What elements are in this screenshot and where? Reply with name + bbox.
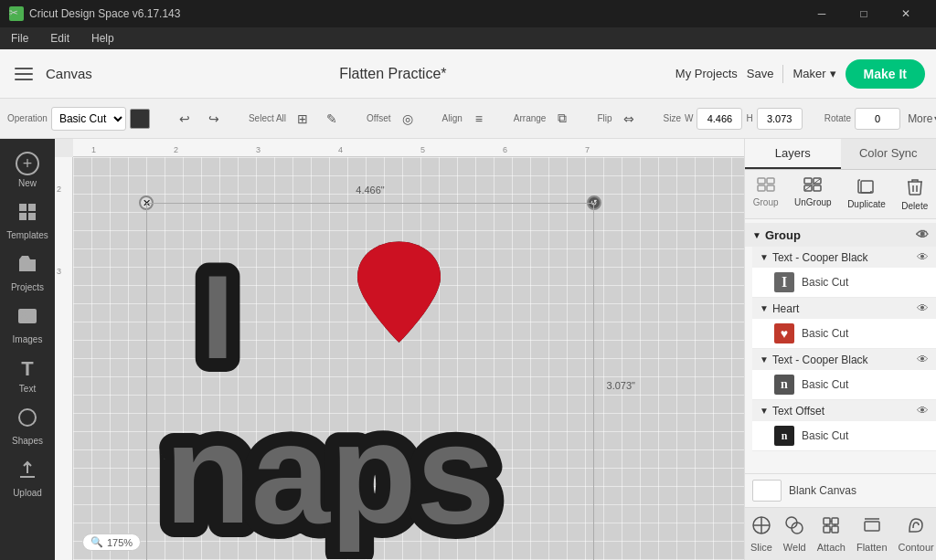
ungroup-label: UnGroup	[794, 197, 832, 207]
menu-file[interactable]: File	[7, 30, 32, 47]
maker-label: Maker	[792, 67, 825, 80]
size-h-input[interactable]	[757, 108, 803, 130]
hamburger-line-1	[15, 68, 33, 69]
canvas-area[interactable]: 1 2 3 4 5 6 7 2 3 4.466" 3.073" ✕ ↺ 🔒 ⤡	[55, 139, 744, 560]
layer-group-header[interactable]: ▼ Group 👁	[745, 223, 936, 247]
menu-help[interactable]: Help	[88, 30, 118, 47]
layer-item-heart[interactable]: ♥ Basic Cut	[752, 319, 936, 349]
arrange-label: Arrange	[514, 113, 547, 123]
flatten-button[interactable]: Flatten	[851, 513, 893, 555]
close-button[interactable]: ✕	[885, 0, 927, 27]
app-title: Cricut Design Space v6.17.143	[29, 7, 801, 20]
align-button[interactable]: ≡	[466, 106, 492, 132]
operation-label: Operation	[7, 113, 48, 123]
subgroup2-eye-icon[interactable]: 👁	[917, 301, 929, 315]
ruler-tick-2: 2	[174, 145, 178, 154]
svg-rect-1	[28, 204, 36, 211]
operation-section: Operation Basic Cut	[7, 107, 150, 131]
subgroup1-eye-icon[interactable]: 👁	[917, 250, 929, 264]
sidebar-item-templates[interactable]: Templates	[2, 195, 53, 246]
svg-line-19	[805, 179, 820, 190]
flip-button[interactable]: ⇔	[616, 106, 642, 132]
more-button[interactable]: More ▾	[908, 112, 936, 125]
delete-icon	[907, 177, 923, 199]
attach-button[interactable]: Attach	[812, 513, 851, 555]
operation-select[interactable]: Basic Cut	[51, 107, 126, 131]
projects-label: Projects	[11, 282, 44, 292]
hamburger-button[interactable]	[11, 61, 37, 87]
svg-rect-14	[767, 185, 774, 191]
offset-button[interactable]: ◎	[395, 106, 420, 132]
edit-button[interactable]: ✎	[319, 106, 345, 132]
layer-item-basic-cut-2[interactable]: n Basic Cut	[752, 370, 936, 400]
make-it-button[interactable]: Make It	[846, 59, 925, 89]
weld-button[interactable]: Weld	[778, 513, 812, 555]
canvas-background[interactable]: 4.466" 3.073" ✕ ↺ 🔒 ⤡ I naps	[73, 157, 744, 560]
slice-button[interactable]: Slice	[745, 513, 778, 555]
subgroup-text-cooper-1-header[interactable]: ▼ Text - Cooper Black 👁	[752, 247, 936, 268]
layer-item-basic-cut-1[interactable]: I Basic Cut	[752, 268, 936, 298]
left-sidebar: + New Templates Projects Images T Text	[0, 139, 55, 560]
projects-icon	[16, 253, 38, 280]
slice-label: Slice	[750, 542, 772, 553]
maximize-button[interactable]: □	[843, 0, 885, 27]
minimize-button[interactable]: ─	[801, 0, 843, 27]
ungroup-button[interactable]: UnGroup	[791, 175, 835, 213]
undo-button[interactable]: ↩	[172, 106, 197, 132]
blank-canvas-label: Blank Canvas	[789, 484, 856, 497]
redo-button[interactable]: ↪	[201, 106, 227, 132]
svg-text:I: I	[201, 250, 234, 384]
save-button[interactable]: Save	[747, 67, 774, 80]
flatten-label: Flatten	[856, 542, 888, 553]
contour-button[interactable]: Contour	[893, 513, 936, 555]
rotate-label: Rotate	[824, 113, 851, 123]
layer-item-label-2: Basic Cut	[802, 378, 848, 391]
subgroup-heart-header[interactable]: ▼ Heart 👁	[752, 298, 936, 319]
shapes-label: Shapes	[12, 436, 43, 446]
rotate-input[interactable]	[855, 108, 900, 130]
size-w-input[interactable]	[697, 108, 742, 130]
align-section: Align ≡	[442, 106, 492, 132]
svg-rect-28	[824, 526, 830, 533]
sidebar-item-new[interactable]: + New	[2, 146, 53, 194]
group-button[interactable]: Group	[750, 175, 782, 213]
sidebar-item-upload[interactable]: Upload	[2, 453, 53, 503]
sidebar-item-images[interactable]: Images	[2, 300, 53, 350]
subgroup-text-cooper-1: ▼ Text - Cooper Black 👁 I Basic Cut	[745, 247, 936, 298]
select-all-button[interactable]: ⊞	[290, 106, 315, 132]
svg-point-5	[22, 312, 26, 316]
group-icon	[757, 177, 775, 195]
ruler-vertical: 2 3	[55, 157, 73, 560]
images-icon	[16, 305, 38, 332]
color-swatch[interactable]	[130, 109, 150, 129]
subgroup-text-cooper-2-header[interactable]: ▼ Text - Cooper Black 👁	[752, 349, 936, 370]
duplicate-button[interactable]: Duplicate	[844, 175, 889, 213]
sidebar-item-text[interactable]: T Text	[2, 352, 53, 399]
sidebar-item-projects[interactable]: Projects	[2, 248, 53, 298]
design-svg: I naps I naps	[155, 212, 585, 559]
svg-rect-3	[28, 213, 36, 220]
svg-point-6	[19, 409, 36, 426]
group-eye-icon[interactable]: 👁	[916, 227, 929, 242]
slice-icon	[751, 515, 771, 540]
subgroup-text-offset-header[interactable]: ▼ Text Offset 👁	[752, 400, 936, 421]
app-icon: ✂	[9, 6, 24, 21]
delete-button[interactable]: Delete	[898, 175, 931, 213]
arrange-button[interactable]: ⧉	[549, 106, 575, 132]
menu-edit[interactable]: Edit	[47, 30, 73, 47]
svg-rect-29	[832, 526, 838, 533]
tab-color-sync[interactable]: Color Sync	[841, 139, 937, 169]
layer-actions: Group UnGroup Duplicate Delete	[745, 170, 936, 219]
design-wrapper[interactable]: 4.466" 3.073" ✕ ↺ 🔒 ⤡ I naps	[146, 203, 594, 560]
maker-button[interactable]: Maker ▾	[792, 67, 835, 80]
weld-label: Weld	[783, 542, 806, 553]
subgroup4-eye-icon[interactable]: 👁	[917, 404, 929, 417]
subgroup3-eye-icon[interactable]: 👁	[917, 353, 929, 366]
subgroup1-label: Text - Cooper Black	[772, 251, 868, 264]
project-title: Flatten Practice*	[120, 66, 666, 82]
new-label: New	[18, 178, 37, 188]
layer-item-basic-cut-3[interactable]: n Basic Cut	[752, 421, 936, 451]
my-projects-button[interactable]: My Projects	[675, 67, 738, 80]
sidebar-item-shapes[interactable]: Shapes	[2, 401, 53, 451]
tab-layers[interactable]: Layers	[745, 139, 841, 169]
